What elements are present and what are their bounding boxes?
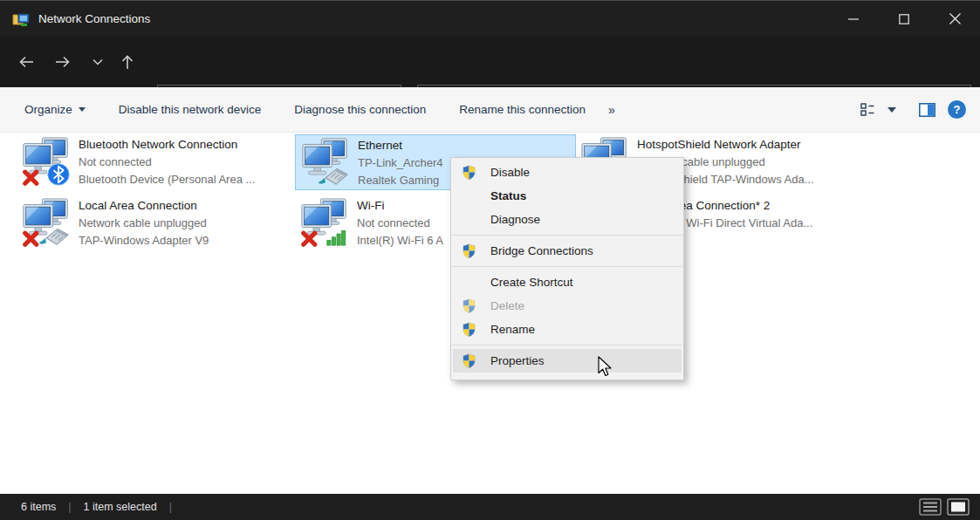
status-divider: | (169, 501, 172, 513)
window-controls (828, 1, 980, 37)
adapter-title: Ethernet (358, 137, 443, 154)
help-button[interactable]: ? (948, 100, 966, 119)
wifi-adapter-icon (300, 197, 349, 248)
adapter-text-block: Local Area Connection Network cable unpl… (79, 197, 209, 251)
menu-item-label: Status (490, 189, 526, 202)
menu-item-rename[interactable]: Rename (453, 318, 682, 341)
context-menu: Disable Status Diagnose Bridge Connectio… (450, 157, 684, 380)
status-divider: | (68, 501, 71, 513)
adapter-device: Bluetooth Device (Personal Area ... (79, 171, 255, 188)
back-button[interactable] (12, 48, 40, 76)
menu-item-label: Create Shortcut (490, 276, 573, 289)
menu-item-label: Delete (490, 299, 524, 312)
organize-label: Organize (24, 103, 72, 116)
menu-separator (452, 235, 682, 236)
item-count: 6 items (21, 501, 56, 513)
toolbar-overflow-button[interactable]: » (608, 103, 615, 117)
adapter-title: Wi-Fi (357, 197, 443, 215)
toolbar-right-group: ? (860, 100, 966, 119)
menu-item-diagnose[interactable]: Diagnose (453, 208, 682, 231)
adapter-device: Realtek Gaming (358, 172, 443, 189)
menu-item-label: Bridge Connections (490, 244, 593, 257)
uac-shield-icon (462, 165, 477, 180)
bluetooth-badge-icon (48, 164, 69, 185)
adapter-device: Intel(R) Wi-Fi 6 A (357, 232, 443, 250)
organize-caret-icon (79, 107, 86, 112)
adapter-status: Not connected (357, 215, 443, 232)
view-options-icon[interactable] (860, 103, 875, 116)
disable-device-button[interactable]: Disable this network device (119, 103, 262, 116)
adapter-network: TP-Link_Archer4 (358, 154, 443, 172)
diagnose-connection-label: Diagnose this connection (294, 103, 426, 116)
help-question-icon: ? (954, 103, 961, 116)
back-arrow-icon (18, 55, 34, 69)
adapter-title: Local Area Connection (79, 197, 209, 215)
adapter-title: Bluetooth Network Connection (79, 136, 255, 154)
uac-shield-icon (462, 322, 477, 337)
status-bar: 6 items | 1 item selected | (0, 494, 980, 520)
statusbar-view-buttons (919, 498, 970, 516)
menu-separator (452, 345, 682, 346)
organize-button[interactable]: Organize (24, 103, 86, 116)
recent-locations-button[interactable] (84, 48, 112, 76)
wifi-bars-badge-icon (327, 230, 346, 245)
title-bar: Network Connections (0, 0, 980, 37)
command-toolbar: Organize Disable this network device Dia… (0, 87, 980, 133)
window-title: Network Connections (38, 12, 150, 25)
adapter-title: HotspotShield Network Adapter (637, 136, 814, 154)
adapter-device: TAP-Windows Adapter V9 (79, 232, 209, 250)
adapter-list-area: Bluetooth Network Connection Not connect… (0, 133, 980, 494)
menu-item-label: Properties (490, 354, 545, 367)
menu-item-label: Diagnose (490, 213, 540, 226)
minimize-button[interactable] (828, 1, 879, 37)
close-button[interactable] (929, 1, 980, 37)
adapter-status: Not connected (79, 154, 255, 171)
menu-item-label: Disable (490, 166, 530, 179)
uac-shield-icon (462, 243, 477, 258)
view-options-caret-icon[interactable] (887, 107, 896, 113)
forward-arrow-icon (55, 55, 71, 69)
rename-connection-label: Rename this connection (459, 103, 586, 116)
maximize-button[interactable] (879, 1, 929, 37)
menu-item-status[interactable]: Status (453, 184, 682, 208)
adapter-tile-local-area-connection[interactable]: Local Area Connection Network cable unpl… (17, 195, 289, 251)
menu-separator (452, 266, 682, 267)
selection-count: 1 item selected (84, 501, 157, 513)
menu-item-label: Rename (490, 323, 535, 336)
menu-item-disable[interactable]: Disable (453, 161, 682, 184)
menu-item-properties[interactable]: Properties (453, 349, 682, 373)
up-arrow-icon (120, 54, 134, 70)
adapter-text-block: Ethernet TP-Link_Archer4 Realtek Gaming (358, 137, 443, 189)
rename-connection-button[interactable]: Rename this connection (459, 103, 586, 116)
disable-device-label: Disable this network device (119, 103, 262, 116)
uac-shield-icon (462, 298, 477, 313)
menu-item-bridge-connections[interactable]: Bridge Connections (453, 239, 682, 263)
mouse-cursor-icon (597, 356, 614, 379)
details-view-button[interactable] (919, 498, 942, 516)
menu-item-create-shortcut[interactable]: Create Shortcut (453, 270, 682, 294)
chevron-down-icon (93, 58, 103, 65)
adapter-status: Network cable unplugged (79, 215, 209, 232)
adapter-text-block: Wi-Fi Not connected Intel(R) Wi-Fi 6 A (357, 197, 443, 251)
network-connections-window: Network Connections « (0, 0, 980, 520)
ethernet-adapter-icon (301, 137, 350, 188)
adapter-tile-bluetooth[interactable]: Bluetooth Network Connection Not connect… (17, 134, 289, 190)
preview-pane-icon[interactable] (919, 103, 935, 117)
network-connections-app-icon (12, 10, 30, 28)
diagnose-connection-button[interactable]: Diagnose this connection (294, 103, 426, 116)
bluetooth-adapter-icon (22, 136, 71, 187)
menu-item-delete: Delete (453, 294, 682, 318)
forward-button[interactable] (49, 48, 77, 76)
navigation-bar: « N... Net... (0, 37, 980, 87)
up-button[interactable] (113, 48, 141, 76)
uac-shield-icon (462, 353, 477, 368)
lan-adapter-icon (22, 197, 71, 248)
large-icons-view-button[interactable] (947, 498, 970, 516)
adapter-text-block: Bluetooth Network Connection Not connect… (79, 136, 255, 190)
